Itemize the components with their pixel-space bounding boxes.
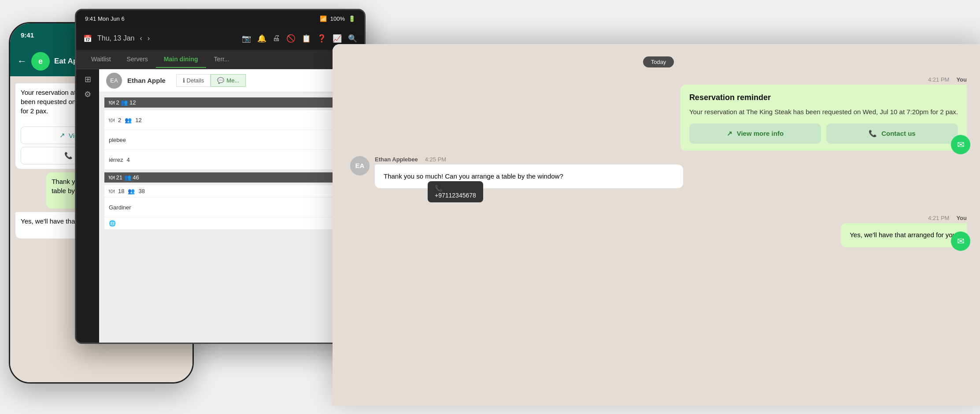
msg1-sender: You (956, 76, 967, 83)
reminder-title: Reservation reminder (689, 92, 958, 104)
wa-logo-2: ✉ (957, 236, 965, 246)
screen-phone-icon: 📞 (869, 130, 877, 138)
tablet-sidebar: ⊞ ⚙ (76, 69, 99, 344)
customer-name: Ethan Apple (127, 77, 166, 84)
table-row: 🍽 2 👥 12 ↺ (104, 110, 359, 130)
analytics-icon[interactable]: 📈 (333, 34, 342, 43)
screen-msg-row-1: 4:21 PM You Reservation reminder Your re… (350, 76, 967, 151)
messages-tab[interactable]: 💬 Me... (211, 74, 246, 87)
customer-avatar: EA (106, 73, 122, 89)
screen-chat: Today 4:21 PM You Reservation reminder Y… (333, 44, 980, 406)
battery-icon: 🔋 (348, 15, 355, 22)
screen-msg-meta-3: 4:21 PM You (928, 215, 967, 221)
table-row-3: iérrez 4 😊 (104, 150, 359, 170)
guests-icon: 👥 (125, 117, 132, 123)
table-row-4: 🍽 18 👥 38 (104, 185, 359, 198)
screen-msg-row-3: 4:21 PM You Yes, we'll have that arrange… (350, 215, 967, 247)
screen-msg-row-2: EA Ethan Applebee 4:25 PM Thank you so m… (350, 156, 747, 197)
date-nav: 📅 Thu, 13 Jan ‹ › (83, 34, 150, 43)
table-row-6: 🌐 (104, 217, 359, 230)
screen-external-link-icon: ↗ (727, 130, 732, 138)
row-name-2: iérrez (109, 157, 123, 163)
toolbar-icons: 📷 🔔 🖨 🚫 📋 ❓ 📈 🔍 (242, 34, 357, 43)
external-link-icon: ↗ (59, 131, 65, 139)
camera-icon[interactable]: 📷 (242, 34, 251, 43)
filter-icon[interactable]: ⚙ (84, 90, 91, 99)
arranged-bubble: Yes, we'll have that arranged for you! (841, 223, 967, 247)
notes-icon[interactable]: 📋 (302, 34, 311, 43)
tab-waitlist[interactable]: Waitlist (83, 51, 119, 68)
row-covers-4: 18 (118, 188, 124, 194)
info-icon: ℹ (183, 77, 185, 84)
phone-time: 9:41 (21, 31, 34, 39)
section-header-2: 🍽 21 👥 46 › (104, 172, 359, 183)
today-label: Today (643, 56, 674, 67)
back-arrow-icon[interactable]: ← (17, 56, 27, 67)
phone-tooltip: 📞 +97112345678 (428, 181, 483, 202)
ethan-msg-container: Ethan Applebee 4:25 PM Thank you so much… (375, 156, 747, 197)
screen-action-buttons: ↗ View more info 📞 Contact us (689, 123, 958, 144)
block-icon[interactable]: 🚫 (286, 34, 296, 43)
tablet-main-content: EA Ethan Apple ℹ Details 💬 Me... 🍽 2 👥 1… (99, 69, 364, 344)
tablet-content: ⊞ ⚙ EA Ethan Apple ℹ Details 💬 Me... (76, 69, 364, 344)
avatar: e (31, 52, 50, 71)
row-covers-3: 4 (127, 157, 130, 163)
current-date: Thu, 13 Jan (97, 34, 135, 42)
reservation-reminder-screen-bubble: Reservation reminder Your reservation at… (680, 85, 967, 151)
nav-tabs: Waitlist Servers Main dining Terr... (76, 50, 364, 69)
whatsapp-icon: ✉ (951, 135, 970, 154)
tab-servers[interactable]: Servers (119, 51, 156, 68)
tab-main-dining[interactable]: Main dining (156, 51, 206, 68)
tablet-time: 9:41 Mon Jun 6 (85, 15, 125, 22)
battery-level: 100% (330, 15, 345, 22)
row-name-gardiner: Gardiner (109, 204, 131, 211)
table-icon-2: 🍽 (109, 188, 115, 194)
chat-icon: 💬 (217, 77, 224, 84)
details-tab[interactable]: ℹ Details (176, 74, 211, 87)
screen-msg-meta-1: 4:21 PM You (928, 76, 967, 83)
table-row-5: Gardiner ↑ (104, 198, 359, 217)
help-icon[interactable]: ❓ (317, 34, 326, 43)
msg1-time: 4:21 PM (928, 76, 949, 83)
detail-tabs: ℹ Details 💬 Me... (176, 74, 246, 87)
customer-reply-screen-bubble: Thank you so much! Can you arrange a tab… (375, 164, 683, 189)
screen-msg-wrapper-1: Reservation reminder Your reservation at… (680, 85, 967, 151)
screen-mockup: Today 4:21 PM You Reservation reminder Y… (333, 44, 980, 406)
tablet-status-bar: 9:41 Mon Jun 6 📶 100% 🔋 (76, 10, 364, 27)
table-icon: 🍽 (109, 117, 115, 123)
section-covers-2: 🍽 21 👥 46 (109, 174, 139, 181)
prev-date-button[interactable]: ‹ (140, 34, 142, 42)
phone-icon: 📞 (64, 152, 73, 160)
today-divider: Today (350, 56, 967, 67)
row-covers: 2 (118, 117, 121, 123)
row-name-1: plebee (109, 137, 126, 143)
floor-plan: 🍽 2 👥 12 › 🍽 2 👥 12 ↺ plebee ↺ iérrez 4 (99, 92, 364, 344)
msg3-time: 4:21 PM (928, 215, 949, 221)
row-guests: 12 (135, 117, 141, 123)
screen-contact-us-button[interactable]: 📞 Contact us (826, 123, 958, 144)
screen-view-more-button[interactable]: ↗ View more info (689, 123, 821, 144)
msg2-sender: Ethan Applebee (375, 156, 418, 163)
row-guests-4: 38 (138, 188, 144, 194)
ethan-avatar: EA (350, 156, 370, 175)
screen-msg-meta-2: Ethan Applebee 4:25 PM (375, 156, 747, 163)
reservation-header: EA Ethan Apple ℹ Details 💬 Me... (99, 69, 364, 92)
phone-tooltip-icon: 📞 (435, 185, 442, 192)
reservation-pax: for 2 pax. (21, 107, 48, 115)
tab-terrace[interactable]: Terr... (206, 51, 237, 68)
grid-icon[interactable]: ⊞ (85, 75, 91, 84)
print-icon[interactable]: 🖨 (273, 34, 280, 43)
wifi-icon: 📶 (320, 15, 327, 22)
tablet-mockup: 9:41 Mon Jun 6 📶 100% 🔋 📅 Thu, 13 Jan ‹ … (75, 9, 366, 344)
globe-icon: 🌐 (109, 220, 116, 227)
bell-icon[interactable]: 🔔 (257, 34, 266, 43)
wa-logo: ✉ (957, 139, 965, 150)
guests-icon-2: 👥 (128, 188, 135, 194)
tablet-status-icons: 📶 100% 🔋 (320, 15, 355, 22)
section-covers: 🍽 2 👥 12 (109, 99, 136, 106)
whatsapp-icon-2: ✉ (951, 231, 970, 251)
search-icon[interactable]: 🔍 (348, 34, 357, 43)
calendar-icon: 📅 (83, 34, 92, 43)
section-header-1: 🍽 2 👥 12 › (104, 97, 359, 108)
next-date-button[interactable]: › (148, 34, 150, 42)
